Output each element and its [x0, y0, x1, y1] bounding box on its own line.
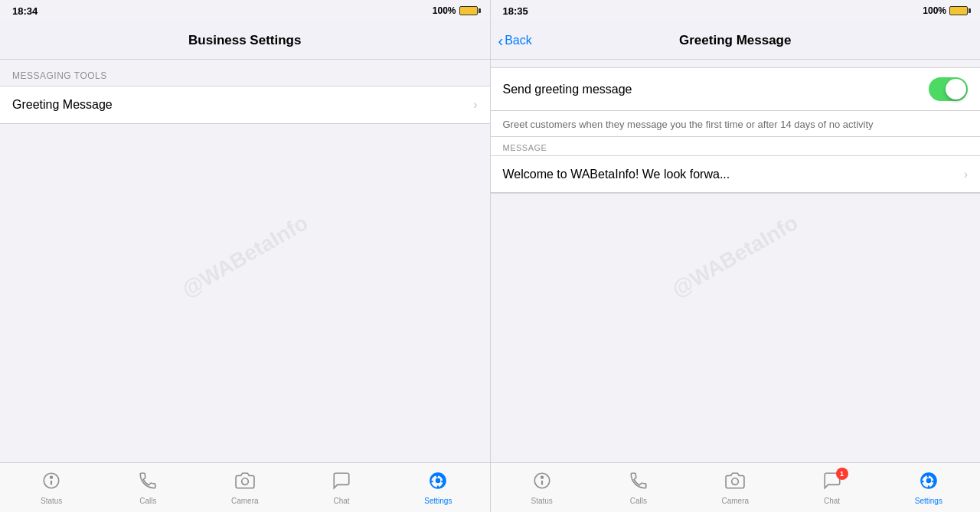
- svg-point-4: [436, 478, 441, 483]
- svg-point-3: [241, 478, 248, 484]
- right-nav-bar: ‹ Back Greeting Message: [491, 21, 981, 60]
- left-tab-calls-label: Calls: [139, 497, 156, 505]
- left-tab-bar: Status Calls Camera Chat: [0, 462, 490, 512]
- right-chat-icon: 1: [822, 471, 842, 495]
- right-tab-status-label: Status: [531, 497, 552, 505]
- message-section-label: MESSAGE: [491, 137, 981, 156]
- svg-rect-2: [51, 481, 52, 484]
- right-tab-status[interactable]: Status: [494, 466, 590, 505]
- right-tab-calls[interactable]: Calls: [590, 466, 687, 505]
- svg-point-1: [50, 475, 53, 478]
- right-tab-bar: Status Calls Camera 1: [491, 462, 981, 512]
- back-chevron-icon: ‹: [498, 33, 504, 48]
- right-screen: 18:35 100% ‹ Back Greeting Message Send …: [491, 0, 981, 512]
- message-chevron-icon: ›: [964, 168, 968, 181]
- greeting-message-label: Greeting Message: [12, 98, 113, 112]
- greeting-chevron-icon: ›: [473, 98, 477, 112]
- left-nav-title: Business Settings: [188, 33, 301, 48]
- chat-badge: 1: [836, 468, 848, 480]
- description-text: Greet customers when they message you th…: [503, 119, 874, 130]
- message-preview-text: Welcome to WABetaInfo! We look forwa...: [503, 168, 958, 181]
- greeting-toggle[interactable]: [929, 77, 968, 101]
- right-tab-settings[interactable]: Settings: [880, 466, 977, 505]
- top-separator: [491, 60, 981, 67]
- left-tab-chat[interactable]: Chat: [293, 466, 390, 505]
- right-tab-chat-label: Chat: [824, 497, 840, 505]
- left-nav-bar: Business Settings: [0, 21, 490, 60]
- left-tab-camera[interactable]: Camera: [197, 466, 293, 505]
- left-status-icon: [41, 471, 61, 495]
- right-tab-settings-label: Settings: [915, 497, 942, 505]
- right-status-bar: 18:35 100%: [491, 0, 981, 21]
- empty-area: [491, 194, 981, 347]
- left-status-right: 100%: [433, 5, 478, 16]
- left-time: 18:34: [12, 5, 38, 17]
- left-tab-settings[interactable]: Settings: [390, 466, 486, 505]
- left-battery-pct: 100%: [433, 5, 456, 16]
- message-preview-row[interactable]: Welcome to WABetaInfo! We look forwa... …: [491, 156, 981, 193]
- left-tab-status-label: Status: [41, 497, 62, 505]
- messaging-tools-header: MESSAGING TOOLS: [0, 60, 490, 86]
- left-tab-chat-label: Chat: [333, 497, 349, 505]
- right-status-icon: [532, 471, 552, 495]
- svg-rect-7: [541, 481, 543, 484]
- toggle-label: Send greeting message: [503, 83, 632, 96]
- screens-container: 18:34 100% Business Settings MESSAGING T…: [0, 0, 980, 512]
- right-tab-camera-label: Camera: [721, 497, 749, 505]
- left-tab-calls[interactable]: Calls: [100, 466, 196, 505]
- left-calls-icon: [138, 471, 158, 495]
- left-status-bar: 18:34 100%: [0, 0, 490, 21]
- greeting-info-block: Send greeting message Greet customers wh…: [491, 67, 981, 194]
- right-time: 18:35: [503, 5, 528, 17]
- right-status-right: 100%: [923, 5, 968, 16]
- messaging-tools-list: Greeting Message ›: [0, 86, 490, 124]
- left-screen: 18:34 100% Business Settings MESSAGING T…: [0, 0, 491, 512]
- svg-point-9: [926, 478, 932, 483]
- right-tab-chat[interactable]: 1 Chat: [783, 466, 880, 505]
- back-button[interactable]: ‹ Back: [498, 33, 532, 48]
- left-settings-icon: [428, 471, 448, 495]
- right-battery-pct: 100%: [923, 5, 946, 16]
- right-calls-icon: [629, 471, 648, 495]
- right-nav-title: Greeting Message: [679, 33, 791, 48]
- right-settings-icon: [919, 471, 939, 495]
- right-battery-icon: [949, 6, 968, 15]
- back-label: Back: [505, 34, 532, 47]
- left-tab-status[interactable]: Status: [3, 466, 100, 505]
- left-battery-icon: [459, 6, 478, 15]
- svg-point-8: [732, 478, 739, 484]
- left-tab-settings-label: Settings: [424, 497, 452, 505]
- right-tab-calls-label: Calls: [630, 497, 647, 505]
- svg-point-6: [540, 475, 543, 478]
- left-camera-icon: [235, 471, 255, 495]
- right-camera-icon: [725, 471, 745, 495]
- left-chat-icon: [332, 471, 351, 495]
- right-tab-camera[interactable]: Camera: [687, 466, 783, 505]
- greeting-message-item[interactable]: Greeting Message ›: [0, 86, 490, 123]
- description-block: Greet customers when they message you th…: [491, 111, 981, 137]
- right-content: Send greeting message Greet customers wh…: [491, 60, 981, 462]
- send-greeting-toggle-row[interactable]: Send greeting message: [491, 68, 981, 111]
- left-content: MESSAGING TOOLS Greeting Message ›: [0, 60, 490, 462]
- left-tab-camera-label: Camera: [231, 497, 259, 505]
